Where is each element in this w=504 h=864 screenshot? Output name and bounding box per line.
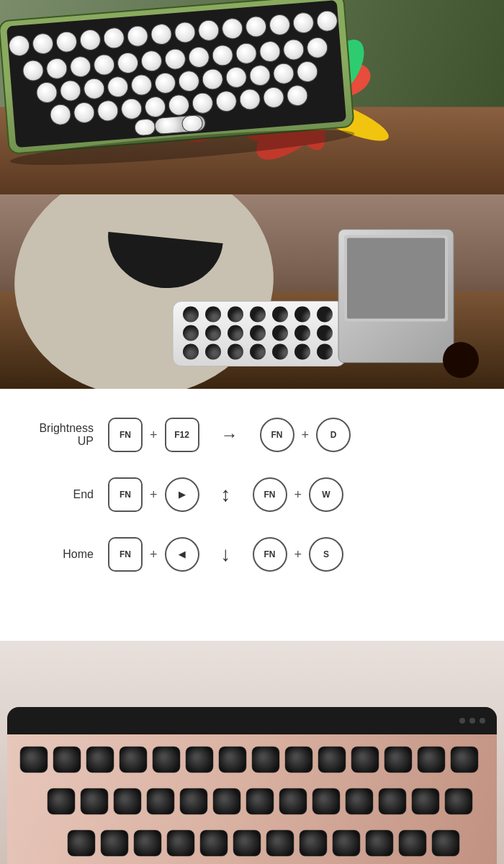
plus-6: +: [294, 547, 302, 562]
key-fn-5: FN: [108, 537, 143, 572]
key-d: D: [316, 418, 351, 452]
shortcut-keys-end-right: FN + W: [253, 477, 344, 512]
plus-3: +: [150, 487, 158, 503]
key-arrow-left: ◀: [165, 537, 199, 572]
key-fn-2: FN: [260, 418, 294, 452]
shortcut-row-brightness: Brightness UP FN + F12 → FN + D: [22, 418, 482, 452]
key-f12: F12: [165, 418, 199, 452]
shortcut-label-end: End: [22, 488, 108, 501]
key-fn-4: FN: [253, 477, 287, 512]
canvas-keyboard-green: [0, 0, 504, 194]
keyboard-image-1: [0, 0, 504, 194]
key-arrow-right: ▶: [165, 477, 199, 512]
key-fn-3: FN: [108, 477, 143, 512]
shortcuts-section: Brightness UP FN + F12 → FN + D End FN +…: [0, 389, 504, 641]
shortcut-keys-brightness-left: FN + F12: [108, 418, 199, 452]
arrow-down: ↓: [221, 543, 231, 566]
shortcut-keys-end-left: FN + ▶: [108, 477, 199, 512]
key-fn-1: FN: [108, 418, 143, 452]
key-fn-6: FN: [253, 537, 287, 572]
shortcut-row-end: End FN + ▶ ↕ FN + W: [22, 477, 482, 512]
shortcut-label-home: Home: [22, 548, 108, 561]
shortcut-keys-home-right: FN + S: [253, 537, 344, 572]
keyboard-image-2: [0, 194, 504, 389]
arrow-right-1: →: [221, 425, 238, 445]
canvas-person-typing: [0, 194, 504, 389]
plus-1: +: [150, 428, 158, 443]
plus-5: +: [150, 547, 158, 562]
shortcut-label-brightness: Brightness UP: [22, 422, 108, 448]
arrow-updown: ↕: [221, 483, 231, 506]
shortcut-keys-home-left: FN + ◀: [108, 537, 199, 572]
plus-4: +: [294, 487, 302, 503]
key-s: S: [309, 537, 343, 572]
keyboard-image-3: [0, 641, 504, 864]
canvas-keyboard-pink: [0, 641, 504, 864]
plus-2: +: [302, 428, 310, 443]
key-w: W: [309, 477, 343, 512]
shortcut-row-home: Home FN + ◀ ↓ FN + S: [22, 537, 482, 572]
shortcut-keys-brightness-right: FN + D: [260, 418, 351, 452]
